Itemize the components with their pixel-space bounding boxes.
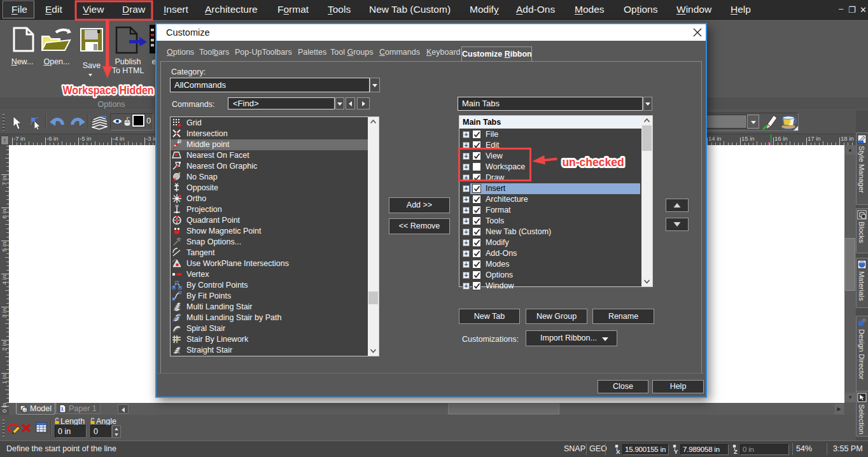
svg-text:1: 1: [61, 406, 64, 412]
